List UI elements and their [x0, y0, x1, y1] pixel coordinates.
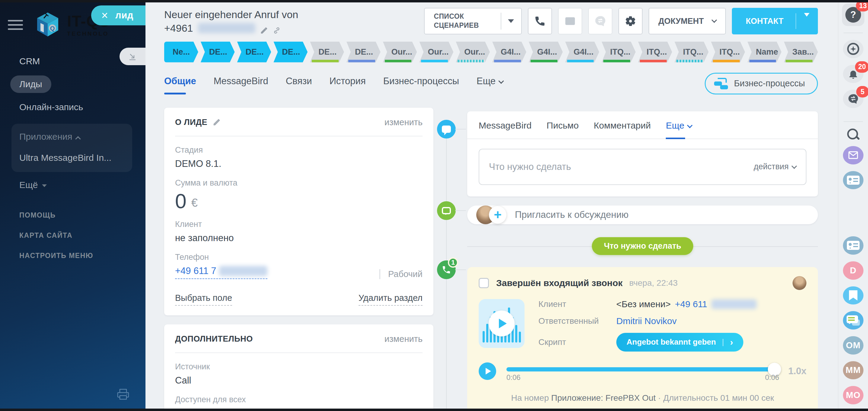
- contact-dropdown[interactable]: [796, 17, 817, 26]
- call-entry-checkbox[interactable]: [479, 278, 489, 288]
- stage-chip[interactable]: Name: [748, 42, 782, 62]
- actions-dropdown[interactable]: действия: [754, 162, 796, 171]
- help-button[interactable]: 13 ?: [842, 4, 864, 26]
- edit-pencil-icon[interactable]: [260, 24, 268, 32]
- select-field-link[interactable]: Выбрать поле: [175, 293, 232, 306]
- call-entry-title[interactable]: Завершён входящий звонок: [496, 278, 623, 288]
- phone-number-link[interactable]: +49 611 7: [175, 265, 268, 279]
- tab-messagebird[interactable]: MessageBird: [214, 76, 268, 94]
- player-play-button[interactable]: [479, 362, 496, 380]
- mail-rail-button[interactable]: [843, 146, 864, 164]
- invite-discussion-row[interactable]: + Пригласить к обсуждению: [467, 205, 818, 224]
- composer-tab-comment[interactable]: Комментарий: [594, 120, 651, 138]
- hamburger-menu-icon[interactable]: [8, 20, 24, 30]
- notifications-button[interactable]: 20: [843, 65, 864, 83]
- sidebar-item-online-booking[interactable]: Онлайн-запись: [19, 102, 83, 112]
- play-overlay-button[interactable]: [489, 311, 515, 337]
- avatar-om[interactable]: OM: [843, 336, 864, 354]
- stage-chip[interactable]: DE...: [346, 42, 380, 62]
- copilot-rail-button[interactable]: [843, 40, 864, 58]
- copy-link-icon[interactable]: [273, 24, 281, 32]
- sidebar-item-leads[interactable]: Лиды: [10, 75, 51, 93]
- stage-chip[interactable]: DE...: [310, 42, 344, 62]
- contact-button[interactable]: КОНТАКТ: [732, 8, 818, 34]
- field-stage-value[interactable]: DEMO 8.1.: [175, 158, 423, 169]
- script-button[interactable]: Angebot bekannt geben | ›: [616, 333, 743, 352]
- chat-button[interactable]: [588, 8, 612, 34]
- edit-section-link[interactable]: изменить: [384, 334, 423, 344]
- sidebar-item-ultra-messagebird[interactable]: Ultra MessageBird In...: [19, 153, 112, 163]
- close-icon[interactable]: ×: [101, 10, 108, 21]
- responsible-avatar[interactable]: [793, 276, 806, 290]
- stage-chip[interactable]: G4I...: [492, 42, 526, 62]
- sidebar-item-more[interactable]: Ещё: [19, 180, 47, 190]
- sidebar-help-link[interactable]: ПОМОЩЬ: [19, 211, 56, 219]
- stage-chip[interactable]: ITQ...: [601, 42, 636, 62]
- comment-bubble-icon[interactable]: [437, 120, 456, 138]
- incoming-call-icon[interactable]: 1: [437, 260, 456, 279]
- composer-tab-messagebird[interactable]: MessageBird: [479, 120, 531, 138]
- tab-general[interactable]: Общие: [164, 76, 196, 94]
- call-client-phone-link[interactable]: +49 611: [675, 299, 707, 309]
- composer-tab-more[interactable]: Еще: [666, 120, 692, 138]
- sidebar-sitemap-link[interactable]: КАРТА САЙТА: [19, 231, 72, 240]
- player-speed-toggle[interactable]: 1.0x: [788, 366, 806, 377]
- stage-chip[interactable]: DE...: [237, 42, 271, 62]
- tab-business-processes[interactable]: Бизнес-процессы: [383, 76, 459, 94]
- composer-tab-more-label: Еще: [666, 120, 684, 130]
- sidebar-item-crm[interactable]: CRM: [19, 56, 40, 66]
- phone-icon: [534, 15, 546, 27]
- sidebar-configure-menu-link[interactable]: НАСТРОИТЬ МЕНЮ: [19, 252, 93, 260]
- stage-chip[interactable]: Our...: [419, 42, 453, 62]
- stage-chip[interactable]: G4I...: [565, 42, 599, 62]
- stage-chip[interactable]: Our...: [383, 42, 417, 62]
- contact-card-button-2[interactable]: [843, 236, 864, 255]
- edit-pencil-icon[interactable]: [213, 118, 221, 126]
- stage-chip[interactable]: ITQ...: [675, 42, 709, 62]
- dropdown-triangle-icon[interactable]: [508, 19, 514, 23]
- stage-chip[interactable]: DE...: [201, 42, 235, 62]
- contact-card-button[interactable]: [843, 171, 864, 190]
- avatar-mm[interactable]: MM: [843, 361, 864, 380]
- call-button[interactable]: [528, 8, 552, 34]
- edit-section-link[interactable]: изменить: [384, 117, 423, 127]
- field-client-value[interactable]: не заполнено: [175, 233, 423, 244]
- todo-input[interactable]: Что нужно сделать действия: [479, 149, 806, 185]
- scenario-list-button[interactable]: СПИСОК СЦЕНАРИЕВ: [424, 8, 522, 34]
- messenger-button[interactable]: 5: [843, 90, 864, 108]
- settings-button[interactable]: [618, 8, 643, 34]
- search-button[interactable]: [847, 129, 859, 139]
- stage-chip[interactable]: G4I...: [529, 42, 563, 62]
- stage-chip[interactable]: ITQ...: [638, 42, 672, 62]
- sidebar-collapse-button[interactable]: [120, 48, 146, 65]
- lead-entity-chip[interactable]: × лид: [91, 5, 146, 25]
- business-processes-button[interactable]: Бизнес-процессы: [705, 73, 818, 94]
- call-recording-thumbnail[interactable]: [479, 299, 525, 348]
- composer-tab-letter[interactable]: Письмо: [547, 120, 579, 138]
- document-button[interactable]: ДОКУМЕНТ: [649, 8, 726, 34]
- stage-chip[interactable]: Our...: [456, 42, 490, 62]
- stage-chip[interactable]: Ne...: [164, 42, 198, 62]
- field-amount-value[interactable]: 0 €: [175, 191, 423, 211]
- delete-section-link[interactable]: Удалить раздел: [359, 293, 423, 306]
- stage-chip[interactable]: Зав...: [784, 42, 818, 62]
- field-source-value[interactable]: Call: [175, 375, 423, 386]
- add-participant-button[interactable]: +: [489, 206, 506, 224]
- tab-relations[interactable]: Связи: [286, 76, 312, 94]
- tab-history[interactable]: История: [329, 76, 366, 94]
- stage-chip[interactable]: DE...: [273, 42, 308, 62]
- email-button[interactable]: [558, 8, 582, 34]
- bookmark-button[interactable]: [843, 286, 864, 305]
- chat-widget-button[interactable]: [843, 311, 864, 329]
- printer-icon[interactable]: [117, 388, 130, 400]
- responsible-user-link[interactable]: Dmitrii Novikov: [616, 316, 677, 326]
- avatar-mo[interactable]: MO: [843, 386, 864, 404]
- todo-pill-button[interactable]: Что нужно сделать: [592, 237, 693, 255]
- chevron-down-icon: [42, 184, 47, 187]
- sidebar-item-apps[interactable]: Приложения: [19, 132, 80, 142]
- tab-more[interactable]: Еще: [476, 76, 503, 94]
- stage-chip[interactable]: ITQ...: [711, 42, 745, 62]
- discussion-bubble-icon[interactable]: [437, 201, 456, 220]
- avatar-d[interactable]: D: [843, 261, 864, 280]
- player-progress-track[interactable]: [506, 367, 779, 372]
